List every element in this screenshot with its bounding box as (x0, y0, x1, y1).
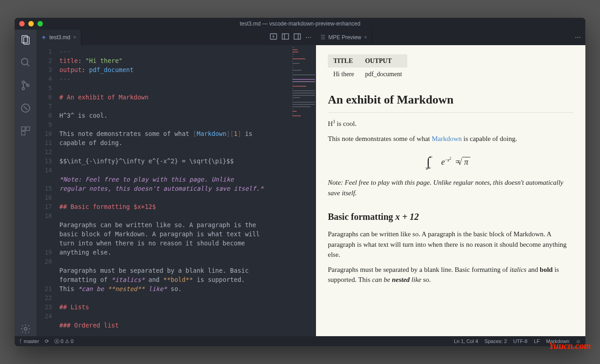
eol[interactable]: LF (534, 338, 540, 344)
svg-line-8 (24, 106, 27, 110)
settings-icon[interactable] (20, 323, 31, 336)
window-controls (19, 21, 43, 26)
tab-label: test3.md (49, 34, 70, 41)
debug-icon[interactable] (20, 103, 31, 115)
paragraph: Paragraphs must be separated by a blank … (328, 265, 574, 285)
frontmatter-table: TITLEOUTPUT Hi therepdf_document (328, 54, 407, 81)
split-right-icon[interactable] (294, 33, 301, 42)
maximize-window-button[interactable] (37, 21, 43, 26)
heading-1: An exhibit of Markdown (328, 91, 574, 113)
minimize-window-button[interactable] (28, 21, 34, 26)
paragraph: This note demonstrates some of what Mark… (328, 134, 574, 144)
more-icon[interactable]: ··· (575, 33, 581, 42)
activity-bar (15, 30, 37, 336)
svg-rect-14 (282, 34, 289, 39)
close-icon[interactable]: × (73, 34, 76, 41)
svg-rect-16 (294, 34, 300, 39)
main-area: ✦ test3.md × ··· 12345678910111213141516… (15, 30, 585, 336)
editor-group: ✦ test3.md × ··· 12345678910111213141516… (37, 30, 316, 336)
minimap[interactable] (290, 45, 316, 336)
svg-point-12 (24, 328, 27, 330)
close-icon[interactable]: × (364, 34, 367, 41)
cursor-position[interactable]: Ln 1, Col 4 (454, 338, 478, 344)
markdown-preview[interactable]: TITLEOUTPUT Hi therepdf_document An exhi… (316, 45, 585, 336)
math-block: ∫∞−∞ e−x2 = π √ (328, 151, 574, 170)
preview-icon[interactable] (270, 33, 277, 42)
preview-group: ☰ MPE Preview × ··· TITLEOUTPUT Hi there… (316, 30, 585, 336)
split-left-icon[interactable] (282, 33, 289, 42)
sync-icon[interactable]: ⟳ (45, 338, 49, 344)
extensions-icon[interactable] (20, 125, 31, 138)
svg-rect-10 (26, 127, 30, 130)
paragraph: H3 is cool. (328, 118, 574, 129)
line-gutter: 123456789101112131415161718192021222324 (37, 45, 59, 336)
code-content[interactable]: ---title: "Hi there"output: pdf_document… (59, 45, 290, 336)
status-bar: ᚶ master ⟳ ⓧ 0 ⚠ 0 Ln 1, Col 4 Spaces: 2… (15, 336, 585, 346)
close-window-button[interactable] (19, 21, 25, 26)
more-icon[interactable]: ··· (305, 33, 311, 42)
paragraph: Paragraphs can be written like so. A par… (328, 229, 574, 260)
svg-rect-9 (21, 127, 25, 130)
heading-2: Basic formatting x + 12 (328, 210, 574, 224)
problems[interactable]: ⓧ 0 ⚠ 0 (54, 338, 74, 345)
app-window: test3.md — vscode-markdown-preview-enhan… (15, 18, 585, 346)
note-paragraph: Note: Feel free to play with this page. … (328, 177, 574, 198)
titlebar: test3.md — vscode-markdown-preview-enhan… (15, 18, 585, 30)
editor-tab[interactable]: ✦ test3.md × (37, 30, 81, 45)
tab-label: MPE Preview (328, 34, 361, 41)
source-control-icon[interactable] (20, 80, 31, 93)
editor-tabs: ✦ test3.md × ··· (37, 30, 316, 45)
modified-indicator-icon: ✦ (41, 34, 47, 41)
git-branch[interactable]: ᚶ master (19, 338, 39, 344)
editor-body: 123456789101112131415161718192021222324 … (37, 45, 316, 336)
preview-icon: ☰ (321, 34, 326, 41)
editor-actions: ··· (270, 30, 316, 45)
svg-rect-11 (21, 131, 25, 135)
preview-tab[interactable]: ☰ MPE Preview × (316, 30, 372, 45)
indentation[interactable]: Spaces: 2 (484, 338, 507, 344)
markdown-link[interactable]: Markdown (432, 135, 462, 142)
encoding[interactable]: UTF-8 (513, 338, 527, 344)
preview-tabs: ☰ MPE Preview × ··· (316, 30, 585, 45)
code-editor[interactable]: 123456789101112131415161718192021222324 … (37, 45, 316, 336)
svg-point-2 (21, 58, 28, 65)
svg-line-3 (27, 64, 29, 66)
explorer-icon[interactable] (20, 34, 31, 47)
svg-point-5 (22, 88, 25, 90)
svg-point-4 (22, 81, 25, 83)
window-title: test3.md — vscode-markdown-preview-enhan… (240, 21, 360, 27)
search-icon[interactable] (20, 57, 31, 70)
watermark: Yuucn.com (549, 341, 591, 351)
